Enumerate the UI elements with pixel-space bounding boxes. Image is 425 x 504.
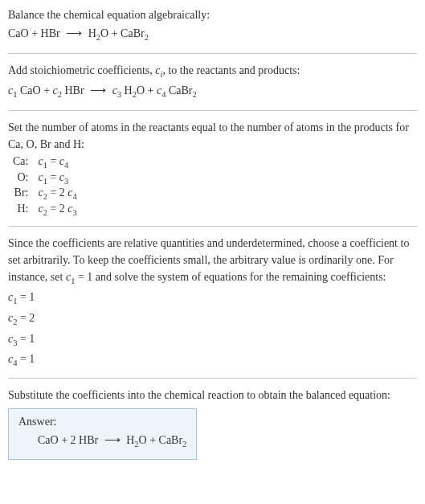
sub: 4 bbox=[64, 161, 68, 170]
ans-rest: O + CaBr bbox=[139, 434, 183, 446]
sp3: H bbox=[121, 84, 133, 96]
val: = 1 bbox=[17, 333, 35, 345]
atom-balance-table: Ca: c1 = c4 O: c1 = c3 Br: c2 = 2 c4 H: … bbox=[8, 154, 82, 218]
element-label: H: bbox=[8, 202, 33, 218]
ans-lhs: CaO + 2 HBr bbox=[38, 434, 101, 446]
sub: 3 bbox=[73, 208, 77, 217]
product-h2o-h: H bbox=[88, 27, 96, 39]
product-cabr2: CaBr bbox=[121, 27, 145, 39]
intro-equation: CaO + HBr ⟶ H2O + CaBr2 bbox=[8, 25, 417, 45]
ans-h: H bbox=[124, 434, 135, 446]
step1-text-a: Add stoichiometric coefficients, bbox=[8, 64, 155, 76]
sp3b: O + bbox=[137, 84, 157, 96]
balance-eq: c1 = c4 bbox=[33, 154, 81, 170]
step2-section: Set the number of atoms in the reactants… bbox=[8, 119, 417, 218]
divider bbox=[8, 226, 417, 227]
element-label: Br: bbox=[8, 186, 33, 202]
eq: = bbox=[47, 171, 59, 183]
val: = 1 bbox=[17, 353, 35, 365]
br2-sub: 2 bbox=[193, 90, 197, 99]
eq: = bbox=[47, 186, 59, 199]
step1-text-b: , to the reactants and products: bbox=[162, 64, 300, 76]
balance-eq: c1 = c3 bbox=[33, 170, 81, 186]
element-label: O: bbox=[8, 170, 33, 186]
step1-text: Add stoichiometric coefficients, ci, to … bbox=[8, 62, 417, 81]
sp2: HBr bbox=[62, 84, 87, 96]
step3-section: Since the coefficients are relative quan… bbox=[8, 235, 417, 370]
step4-section: Substitute the coefficients into the che… bbox=[8, 387, 417, 461]
solution-row: c4 = 1 bbox=[8, 350, 417, 370]
step3-text-b: = 1 and solve the system of equations fo… bbox=[75, 271, 386, 283]
table-row: O: c1 = c3 bbox=[8, 170, 82, 186]
product-h2o-o: O bbox=[100, 27, 108, 39]
balance-eq: c2 = 2 c3 bbox=[33, 202, 81, 218]
product-cabr2-sub: 2 bbox=[145, 33, 149, 42]
sub: 3 bbox=[64, 176, 68, 185]
solution-row: c1 = 1 bbox=[8, 289, 417, 308]
sub: 4 bbox=[73, 192, 77, 201]
reactant-cao: CaO bbox=[8, 27, 29, 39]
step1-section: Add stoichiometric coefficients, ci, to … bbox=[8, 62, 417, 102]
arrow-icon: ⟶ bbox=[63, 27, 85, 39]
arrow-icon: ⟶ bbox=[87, 84, 109, 96]
table-row: Br: c2 = 2 c4 bbox=[8, 186, 82, 202]
plus: + bbox=[29, 27, 41, 39]
eq: = bbox=[47, 155, 59, 167]
answer-equation: CaO + 2 HBr ⟶ H2O + CaBr2 bbox=[18, 432, 186, 452]
step2-text: Set the number of atoms in the reactants… bbox=[8, 119, 417, 153]
reactant-hbr: HBr bbox=[41, 27, 60, 39]
element-label: Ca: bbox=[8, 154, 33, 170]
table-row: H: c2 = 2 c3 bbox=[8, 202, 82, 218]
step1-equation: c1 CaO + c2 HBr ⟶ c3 H2O + c4 CaBr2 bbox=[8, 82, 417, 102]
plus: + bbox=[108, 27, 121, 39]
table-row: Ca: c1 = c4 bbox=[8, 154, 82, 170]
answer-label: Answer: bbox=[18, 416, 186, 428]
intro-section: Balance the chemical equation algebraica… bbox=[8, 6, 417, 45]
arrow-icon: ⟶ bbox=[101, 434, 124, 446]
coef: 2 bbox=[59, 186, 68, 199]
divider bbox=[8, 53, 417, 54]
answer-box: Answer: CaO + 2 HBr ⟶ H2O + CaBr2 bbox=[8, 408, 197, 461]
val: = 1 bbox=[17, 291, 35, 303]
sp1: CaO + bbox=[17, 84, 52, 96]
step4-text: Substitute the coefficients into the che… bbox=[8, 387, 417, 404]
balance-eq: c2 = 2 c4 bbox=[33, 186, 81, 202]
val: = 2 bbox=[17, 312, 35, 324]
solution-row: c2 = 2 bbox=[8, 309, 417, 329]
ans-br-sub: 2 bbox=[182, 439, 186, 448]
solution-row: c3 = 1 bbox=[8, 330, 417, 350]
coef: 2 bbox=[59, 203, 68, 215]
intro-text: Balance the chemical equation algebraica… bbox=[8, 6, 417, 23]
divider bbox=[8, 378, 417, 379]
divider bbox=[8, 110, 417, 111]
sp4: CaBr bbox=[166, 84, 192, 96]
eq: = bbox=[47, 203, 59, 215]
step3-text: Since the coefficients are relative quan… bbox=[8, 235, 417, 288]
